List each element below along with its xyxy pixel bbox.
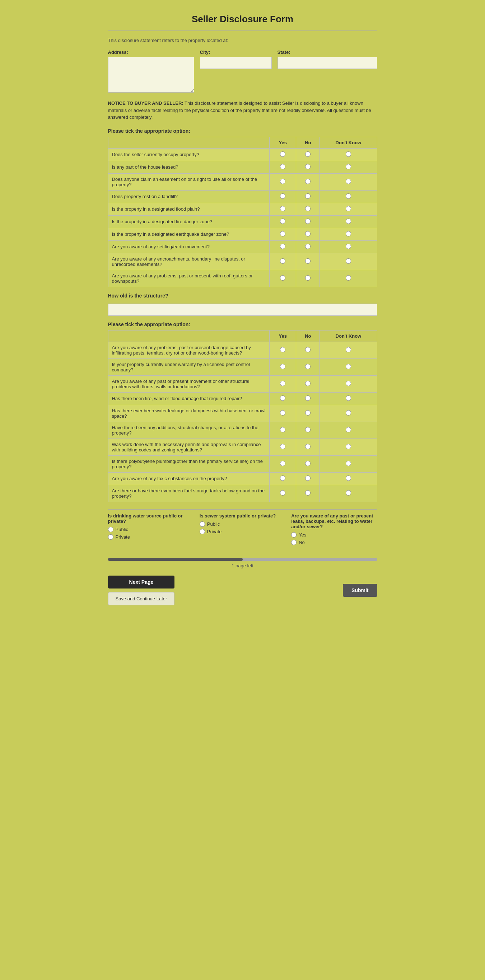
dontknow-cell[interactable] [320,173,377,190]
no-cell[interactable] [296,439,320,455]
yes-cell[interactable] [269,405,296,422]
dontknow-radio[interactable] [346,164,351,169]
yes-cell[interactable] [269,422,296,439]
address-input[interactable] [108,57,194,92]
yes-radio[interactable] [280,461,286,466]
dontknow-cell[interactable] [320,240,377,253]
no-cell[interactable] [296,455,320,472]
dontknow-cell[interactable] [320,422,377,439]
dontknow-radio[interactable] [346,151,351,157]
no-radio[interactable] [305,231,311,237]
no-radio[interactable] [305,275,311,281]
no-radio[interactable] [305,179,311,184]
dontknow-radio[interactable] [346,395,351,401]
yes-cell[interactable] [269,215,296,228]
no-radio[interactable] [305,476,311,481]
dontknow-cell[interactable] [320,455,377,472]
no-cell[interactable] [296,270,320,287]
no-cell[interactable] [296,148,320,161]
no-cell[interactable] [296,161,320,173]
yes-cell[interactable] [269,240,296,253]
no-cell[interactable] [296,215,320,228]
no-cell[interactable] [296,472,320,485]
dontknow-cell[interactable] [320,439,377,455]
dontknow-cell[interactable] [320,148,377,161]
yes-cell[interactable] [269,472,296,485]
dontknow-cell[interactable] [320,358,377,375]
no-radio[interactable] [305,258,311,264]
dontknow-radio[interactable] [346,461,351,466]
no-cell[interactable] [296,240,320,253]
yes-cell[interactable] [269,270,296,287]
no-radio[interactable] [305,364,311,369]
dontknow-cell[interactable] [320,342,377,358]
dontknow-radio[interactable] [346,258,351,264]
dontknow-radio[interactable] [346,364,351,369]
no-radio[interactable] [305,347,311,352]
dontknow-radio[interactable] [346,231,351,237]
no-cell[interactable] [296,203,320,215]
yes-radio[interactable] [280,275,286,281]
dontknow-cell[interactable] [320,203,377,215]
yes-radio[interactable] [280,193,286,199]
structure-age-input[interactable] [108,304,377,316]
sewer-public-radio[interactable] [199,522,205,527]
dontknow-radio[interactable] [346,476,351,481]
yes-radio[interactable] [280,347,286,352]
yes-radio[interactable] [280,444,286,449]
yes-radio[interactable] [280,364,286,369]
dontknow-cell[interactable] [320,253,377,270]
yes-cell[interactable] [269,439,296,455]
dontknow-cell[interactable] [320,270,377,287]
dontknow-radio[interactable] [346,427,351,433]
no-radio[interactable] [305,218,311,224]
dontknow-cell[interactable] [320,472,377,485]
dontknow-radio[interactable] [346,381,351,386]
no-radio[interactable] [305,490,311,496]
yes-radio[interactable] [280,151,286,157]
yes-radio[interactable] [280,164,286,169]
yes-cell[interactable] [269,173,296,190]
yes-cell[interactable] [269,161,296,173]
no-cell[interactable] [296,422,320,439]
no-cell[interactable] [296,253,320,270]
no-radio[interactable] [305,243,311,249]
next-page-button[interactable]: Next Page [108,576,175,589]
no-cell[interactable] [296,485,320,502]
yes-radio[interactable] [280,490,286,496]
no-radio[interactable] [305,164,311,169]
dontknow-radio[interactable] [346,444,351,449]
no-radio[interactable] [305,206,311,212]
dontknow-cell[interactable] [320,228,377,240]
submit-button[interactable]: Submit [343,584,377,597]
dontknow-cell[interactable] [320,392,377,405]
yes-radio[interactable] [280,395,286,401]
yes-cell[interactable] [269,203,296,215]
dontknow-cell[interactable] [320,215,377,228]
save-continue-button[interactable]: Save and Continue Later [108,592,175,605]
dontknow-radio[interactable] [346,193,351,199]
no-radio[interactable] [305,395,311,401]
yes-radio[interactable] [280,243,286,249]
dontknow-cell[interactable] [320,485,377,502]
no-radio[interactable] [305,444,311,449]
water-private-radio[interactable] [108,534,113,540]
state-input[interactable] [278,57,377,69]
yes-cell[interactable] [269,148,296,161]
dontknow-radio[interactable] [346,243,351,249]
yes-cell[interactable] [269,358,296,375]
no-radio[interactable] [305,151,311,157]
no-radio[interactable] [305,193,311,199]
yes-radio[interactable] [280,258,286,264]
dontknow-cell[interactable] [320,405,377,422]
yes-radio[interactable] [280,218,286,224]
yes-radio[interactable] [280,381,286,386]
no-cell[interactable] [296,173,320,190]
city-input[interactable] [200,57,272,69]
no-cell[interactable] [296,375,320,392]
yes-radio[interactable] [280,410,286,415]
leaks-yes-radio[interactable] [291,532,297,538]
yes-cell[interactable] [269,228,296,240]
no-radio[interactable] [305,427,311,433]
no-cell[interactable] [296,358,320,375]
